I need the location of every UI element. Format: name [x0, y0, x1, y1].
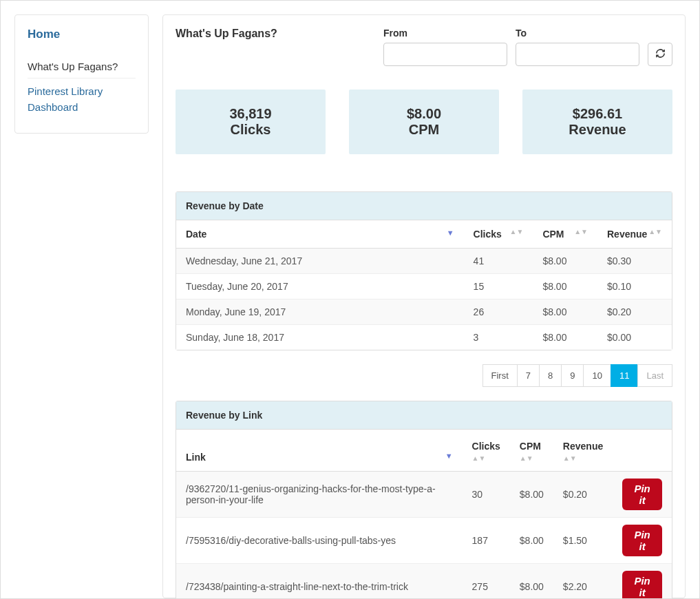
cell-clicks: 30 [463, 472, 510, 518]
sort-icon: ▲▼ [520, 455, 533, 462]
refresh-icon [655, 48, 666, 61]
main-panel: What's Up Fagans? From To [162, 14, 686, 598]
sort-icon: ▲▼ [472, 455, 486, 462]
page-title: What's Up Fagans? [176, 28, 371, 66]
table-row: Tuesday, June 20, 201715$8.00$0.10 [176, 274, 672, 300]
cell-cpm: $8.00 [510, 518, 553, 564]
cell-revenue: $0.20 [597, 300, 672, 325]
stat-cpm-value: $8.00 [356, 106, 492, 122]
stat-revenue-label: Revenue [529, 122, 666, 138]
page-last[interactable]: Last [637, 364, 672, 387]
refresh-button[interactable] [648, 43, 672, 66]
sort-desc-icon: ▼ [445, 452, 453, 460]
sidebar-current-site: What's Up Fagans? [28, 55, 136, 78]
cell-clicks: 3 [464, 325, 533, 350]
col-action-header [613, 430, 672, 472]
cell-clicks: 15 [464, 274, 533, 300]
cell-link: /9362720/11-genius-organizing-hacks-for-… [176, 472, 463, 518]
page-9[interactable]: 9 [561, 364, 584, 387]
table-row: /723438/painting-a-straight-line-next-to… [176, 564, 672, 600]
from-date-input[interactable] [384, 45, 518, 64]
cell-date: Tuesday, June 20, 2017 [176, 274, 464, 300]
page-8[interactable]: 8 [539, 364, 562, 387]
stat-clicks-value: 36,819 [182, 106, 319, 122]
page-7[interactable]: 7 [517, 364, 540, 387]
revenue-by-link-panel: Revenue by Link Link▼ Clicks▲▼ CPM▲▼ Rev… [176, 401, 672, 599]
cell-clicks: 187 [463, 518, 510, 564]
cell-revenue: $0.10 [597, 274, 672, 300]
cell-cpm: $8.00 [533, 249, 597, 274]
to-date-input[interactable] [516, 45, 650, 64]
cell-cpm: $8.00 [510, 564, 553, 600]
cell-clicks: 275 [463, 564, 510, 600]
cell-link: /7595316/diy-decorative-balls-using-pull… [176, 518, 463, 564]
sidebar-home-link[interactable]: Home [28, 28, 136, 41]
cell-clicks: 41 [464, 249, 533, 274]
pagination: First 7 8 9 10 11 Last [176, 364, 672, 387]
pin-it-button[interactable]: Pin it [622, 479, 662, 510]
sort-icon: ▲▼ [510, 229, 524, 235]
revenue-by-link-table: Link▼ Clicks▲▼ CPM▲▼ Revenue▲▼ /9362720/… [176, 430, 672, 599]
cell-revenue: $0.20 [553, 472, 613, 518]
cell-cpm: $8.00 [510, 472, 553, 518]
revenue-by-date-title: Revenue by Date [176, 192, 672, 220]
page-11[interactable]: 11 [611, 364, 638, 387]
col-revenue-header[interactable]: Revenue▲▼ [597, 220, 672, 249]
sidebar-pinterest-dashboard-link[interactable]: Pinterest Library Dashboard [28, 78, 136, 120]
sort-icon: ▲▼ [563, 455, 577, 462]
page-10[interactable]: 10 [583, 364, 611, 387]
cell-clicks: 26 [464, 300, 533, 325]
page-first[interactable]: First [482, 364, 518, 387]
revenue-by-date-panel: Revenue by Date Date▼ Clicks▲▼ CPM▲▼ Rev… [176, 191, 672, 350]
stat-revenue: $296.61 Revenue [522, 90, 672, 154]
cell-link: /723438/painting-a-straight-line-next-to… [176, 564, 463, 600]
revenue-by-date-table: Date▼ Clicks▲▼ CPM▲▼ Revenue▲▼ Wednesday… [176, 220, 672, 350]
stat-cpm-label: CPM [356, 122, 492, 138]
cell-revenue: $2.20 [553, 564, 613, 600]
sort-icon: ▲▼ [648, 229, 662, 235]
stat-revenue-value: $296.61 [529, 106, 666, 122]
pin-it-button[interactable]: Pin it [622, 571, 662, 599]
cell-revenue: $0.00 [597, 325, 672, 350]
sidebar: Home What's Up Fagans? Pinterest Library… [14, 14, 149, 134]
from-label: From [383, 28, 507, 39]
pin-it-button[interactable]: Pin it [622, 525, 662, 556]
cell-date: Monday, June 19, 2017 [176, 300, 464, 325]
revenue-by-link-title: Revenue by Link [176, 401, 672, 430]
col-cpm-header[interactable]: CPM▲▼ [510, 430, 553, 472]
col-link-header[interactable]: Link▼ [176, 430, 463, 472]
stat-cpm: $8.00 CPM [349, 90, 499, 154]
cell-revenue: $1.50 [553, 518, 613, 564]
cell-date: Wednesday, June 21, 2017 [176, 249, 464, 274]
col-clicks-header[interactable]: Clicks▲▼ [464, 220, 533, 249]
sort-desc-icon: ▼ [447, 229, 454, 237]
table-row: Monday, June 19, 201726$8.00$0.20 [176, 300, 672, 325]
sort-icon: ▲▼ [574, 229, 588, 235]
col-cpm-header[interactable]: CPM▲▼ [533, 220, 597, 249]
cell-cpm: $8.00 [533, 274, 597, 300]
stat-clicks: 36,819 Clicks [176, 90, 326, 154]
to-label: To [516, 28, 639, 39]
col-date-header[interactable]: Date▼ [176, 220, 464, 249]
cell-cpm: $8.00 [533, 300, 597, 325]
col-clicks-header[interactable]: Clicks▲▼ [463, 430, 510, 472]
cell-date: Sunday, June 18, 2017 [176, 325, 464, 350]
table-row: Sunday, June 18, 20173$8.00$0.00 [176, 325, 672, 350]
cell-revenue: $0.30 [597, 249, 672, 274]
table-row: /9362720/11-genius-organizing-hacks-for-… [176, 472, 672, 518]
table-row: Wednesday, June 21, 201741$8.00$0.30 [176, 249, 672, 274]
table-row: /7595316/diy-decorative-balls-using-pull… [176, 518, 672, 564]
stat-clicks-label: Clicks [182, 122, 319, 138]
col-revenue-header[interactable]: Revenue▲▼ [553, 430, 613, 472]
cell-cpm: $8.00 [533, 325, 597, 350]
